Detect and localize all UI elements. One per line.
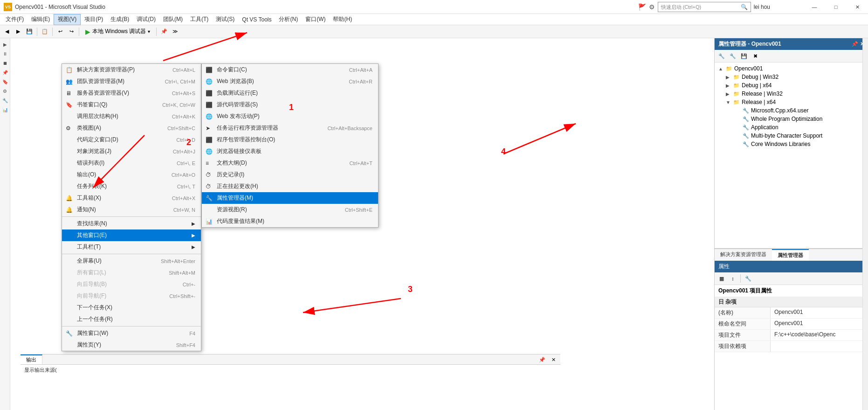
tree-release-win32[interactable]: ▶ 📁 Release | Win32 bbox=[716, 90, 866, 98]
menu-find-results[interactable]: 查找结果(N) ▶ bbox=[62, 218, 201, 229]
menu-view[interactable]: 视图(V) bbox=[54, 14, 81, 25]
sub-prop-manager[interactable]: 🔧 属性管理器(M) bbox=[202, 192, 378, 204]
menu-server-explorer[interactable]: 🖥 服务器资源管理器(V) Ctrl+Alt+S bbox=[62, 87, 201, 99]
minimize-button[interactable]: — bbox=[804, 0, 825, 14]
tb-pin[interactable]: 📌 bbox=[159, 27, 169, 37]
menu-output[interactable]: 输出(O) Ctrl+Alt+O bbox=[62, 169, 201, 181]
menu-edit[interactable]: 编辑(E) bbox=[28, 14, 54, 25]
menu-window[interactable]: 窗口(W) bbox=[302, 14, 329, 25]
pm-pin-icon[interactable]: 📌 bbox=[852, 41, 858, 47]
sub-pending-changes[interactable]: ⏱ 正在挂起更改(H) bbox=[202, 181, 378, 192]
menu-build[interactable]: 生成(B) bbox=[107, 14, 133, 25]
props-wrench-btn[interactable]: 🔧 bbox=[743, 273, 753, 284]
right-scrollbar[interactable] bbox=[862, 38, 868, 410]
pm-remove-btn[interactable]: ✖ bbox=[750, 51, 760, 61]
sep2 bbox=[62, 254, 201, 254]
menu-qt[interactable]: Qt VS Tools bbox=[238, 14, 275, 25]
tab-solution-explorer[interactable]: 解决方案资源管理器 bbox=[715, 249, 772, 261]
sub-history[interactable]: ⏱ 历史记录(I) bbox=[202, 169, 378, 181]
menu-code-def[interactable]: 代码定义窗口(D) Ctrl+\, D bbox=[62, 134, 201, 146]
menu-fullscreen[interactable]: 全屏幕(U) Shift+Alt+Enter bbox=[62, 255, 201, 267]
sub-web-browser[interactable]: 🌐 Web 浏览器(B) Ctrl+Alt+R bbox=[202, 76, 378, 87]
tb-back[interactable]: ◀ bbox=[2, 27, 12, 37]
menu-other-windows[interactable]: 其他窗口(E) ▶ bbox=[62, 229, 201, 241]
maximize-button[interactable]: □ bbox=[825, 0, 847, 14]
tb-extra[interactable]: ≫ bbox=[170, 27, 180, 37]
menu-notify[interactable]: 🔔 通知(N) Ctrl+W, N bbox=[62, 204, 201, 215]
props-grid-btn[interactable]: ▦ bbox=[716, 273, 727, 284]
menu-solution-explorer[interactable]: 📋 解决方案资源管理器(P) Ctrl+Alt+L bbox=[62, 64, 201, 76]
sub-doc-outline[interactable]: ≡ 文档大纲(D) Ctrl+Alt+T bbox=[202, 157, 378, 169]
menu-prev-task[interactable]: 上一个任务(R) bbox=[62, 313, 201, 325]
menu-help[interactable]: 帮助(H) bbox=[329, 14, 356, 25]
pm-save-btn[interactable]: 💾 bbox=[739, 51, 749, 61]
sidebar-icon-4[interactable]: 📌 bbox=[1, 68, 9, 76]
menu-class-view[interactable]: ⚙ 类视图(A) Ctrl+Shift+C bbox=[62, 122, 201, 134]
sub-code-metrics[interactable]: 📊 代码度量值结果(M) bbox=[202, 215, 378, 227]
menu-toolbar[interactable]: 工具栏(T) ▶ bbox=[62, 241, 201, 253]
sidebar-icon-3[interactable]: ⏹ bbox=[1, 59, 9, 67]
sub-cmd[interactable]: ⬛ 命令窗口(C) Ctrl+Alt+A bbox=[202, 64, 378, 76]
menu-prop-page[interactable]: 属性页(Y) Shift+F4 bbox=[62, 339, 201, 351]
quick-search-box[interactable]: 快速启动 (Ctrl+Q) 🔍 bbox=[658, 2, 751, 12]
tree-application[interactable]: 🔧 Application bbox=[716, 123, 866, 132]
close-button[interactable]: ✕ bbox=[847, 0, 868, 14]
sidebar-icon-7[interactable]: 🔧 bbox=[1, 96, 9, 104]
sidebar-icon-8[interactable]: 📊 bbox=[1, 105, 9, 114]
run-button[interactable]: ▶ 本地 Windows 调试器 ▾ bbox=[82, 27, 154, 36]
menu-prop-window[interactable]: 🔧 属性窗口(W) F4 bbox=[62, 327, 201, 339]
sidebar-icon-5[interactable]: 🔖 bbox=[1, 77, 9, 86]
menu-tools[interactable]: 工具(T) bbox=[186, 14, 212, 25]
props-row-deps: 项目依赖项 bbox=[715, 341, 868, 352]
menu-toolbox[interactable]: 🔔 工具箱(X) Ctrl+Alt+X bbox=[62, 192, 201, 204]
menu-obj-browser[interactable]: 对象浏览器(J) Ctrl+Alt+J bbox=[62, 146, 201, 157]
sidebar-icon-1[interactable]: ▶ bbox=[1, 40, 9, 49]
pm-add2-btn[interactable]: 🔧 bbox=[728, 51, 738, 61]
tree-multibyte[interactable]: 🔧 Multi-byte Character Support bbox=[716, 132, 866, 140]
menu-error-list[interactable]: 错误列表(I) Ctrl+\, E bbox=[62, 157, 201, 169]
properties-panel: 属性 ▦ ↕ 🔧 Opencv001 项目属性 日 杂项 (名称) Opencv… bbox=[715, 261, 868, 410]
menu-call-hierarchy[interactable]: 调用层次结构(H) Ctrl+Alt+K bbox=[62, 111, 201, 122]
props-title-label: 属性 bbox=[718, 263, 730, 270]
menu-task-list[interactable]: 任务列表(K) Ctrl+\, T bbox=[62, 181, 201, 192]
menu-test[interactable]: 测试(S) bbox=[212, 14, 238, 25]
menu-analyze[interactable]: 分析(N) bbox=[275, 14, 302, 25]
tree-debug-x64[interactable]: ▶ 📁 Debug | x64 bbox=[716, 81, 866, 90]
menu-bookmark[interactable]: 🔖 书签窗口(Q) Ctrl+K, Ctrl+W bbox=[62, 99, 201, 111]
left-sidebar: ▶ ⏸ ⏹ 📌 🔖 ⚙ 🔧 📊 bbox=[0, 38, 10, 410]
sidebar-icon-6[interactable]: ⚙ bbox=[1, 87, 9, 95]
pm-add-btn[interactable]: 🔧 bbox=[716, 51, 727, 61]
sub-src-ctrl[interactable]: ⬛ 源代码管理器(S) bbox=[202, 99, 378, 111]
tb-forward[interactable]: ▶ bbox=[13, 27, 23, 37]
menu-debug[interactable]: 调试(D) bbox=[133, 14, 159, 25]
output-tab[interactable]: 输出 bbox=[21, 354, 42, 364]
tb-redo[interactable]: ↪ bbox=[66, 27, 76, 37]
menu-team-explorer[interactable]: 👥 团队资源管理器(M) Ctrl+\, Ctrl+M bbox=[62, 76, 201, 87]
menu-file[interactable]: 文件(F) bbox=[2, 14, 28, 25]
sub-load-test[interactable]: ⬛ 负载测试运行(E) bbox=[202, 87, 378, 99]
sub-task-runner[interactable]: ➤ 任务运行程序资源管理器 Ctrl+Alt+Backsapce bbox=[202, 122, 378, 134]
tree-ms-cpp[interactable]: 🔧 Microsoft.Cpp.x64.user bbox=[716, 106, 866, 115]
menu-project[interactable]: 项目(P) bbox=[81, 14, 107, 25]
tree-debug-win32[interactable]: ▶ 📁 Debug | Win32 bbox=[716, 73, 866, 81]
sub-browser-link[interactable]: 🌐 浏览器链接仪表板 bbox=[202, 146, 378, 157]
tree-core-win-libs[interactable]: 🔧 Core Windows Libraries bbox=[716, 140, 866, 148]
sub-web-publish[interactable]: 🌐 Web 发布活动(P) bbox=[202, 111, 378, 122]
output-close[interactable]: ✕ bbox=[548, 354, 558, 365]
prop-manager-title: 属性管理器 - Opencv001 bbox=[718, 40, 781, 48]
tree-root[interactable]: ▲ 📁 Opencv001 bbox=[716, 64, 866, 73]
tb-btn2[interactable]: 📋 bbox=[40, 27, 50, 37]
menu-team[interactable]: 团队(M) bbox=[159, 14, 186, 25]
tree-release-x64[interactable]: ▼ 📁 Release | x64 bbox=[716, 98, 866, 106]
tree-ms-cpp-label: Microsoft.Cpp.x64.user bbox=[751, 107, 808, 114]
tb-undo[interactable]: ↩ bbox=[55, 27, 65, 37]
tree-whole-prog[interactable]: 🔧 Whole Program Optimization bbox=[716, 115, 866, 123]
props-sort-btn[interactable]: ↕ bbox=[728, 273, 738, 284]
sub-pkg-mgr[interactable]: ⬛ 程序包管理器控制台(O) bbox=[202, 134, 378, 146]
tb-save[interactable]: 💾 bbox=[24, 27, 34, 37]
menu-next-task[interactable]: 下一个任务(X) bbox=[62, 302, 201, 313]
sub-resource-view[interactable]: 资源视图(R) Ctrl+Shift+E bbox=[202, 204, 378, 215]
sidebar-icon-2[interactable]: ⏸ bbox=[1, 49, 9, 58]
output-pin[interactable]: 📌 bbox=[537, 354, 547, 365]
tab-prop-manager[interactable]: 属性管理器 bbox=[772, 249, 809, 261]
